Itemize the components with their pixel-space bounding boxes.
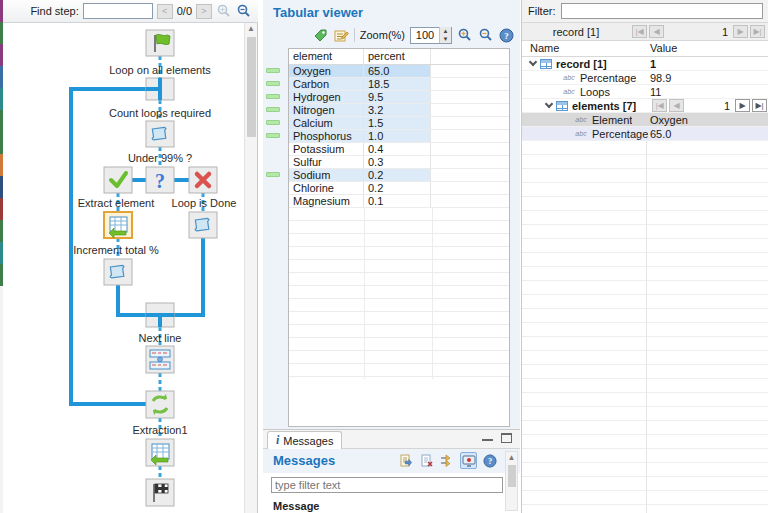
tree-row-element[interactable]: abc Element Oxygen [522, 113, 768, 127]
record-filter-input[interactable] [561, 3, 764, 19]
junction-node[interactable] [146, 78, 174, 100]
table-row[interactable]: Magnesium0.1 [289, 195, 509, 208]
empty-tree-rows [522, 141, 768, 513]
scroll-lock-icon[interactable] [439, 452, 456, 469]
zoom-spinner[interactable]: ▲▼ [439, 27, 451, 43]
tabular-toolbar: Zoom(%) 100 ▲▼ ? [313, 25, 514, 45]
export-log-icon[interactable] [397, 452, 414, 469]
prev-page-button[interactable]: ◀ [669, 99, 684, 112]
flow-canvas[interactable]: Loop on all elements Count loops require… [3, 23, 257, 513]
prev-page-button[interactable]: ◀ [649, 25, 664, 38]
table-row[interactable]: Calcium1.5 [289, 117, 509, 130]
messages-column-header[interactable]: Message [273, 500, 319, 512]
scroll-thumb[interactable] [247, 37, 256, 137]
chevron-down-icon[interactable] [529, 58, 537, 66]
elements-page-number: 1 [724, 100, 730, 112]
zoom-out-icon[interactable] [478, 27, 494, 43]
tree-row-loops[interactable]: abc Loops 11 [522, 85, 768, 99]
messages-filter-input[interactable] [271, 477, 503, 493]
flow-scrollbar[interactable]: ▲ [244, 23, 257, 513]
first-page-button[interactable]: |◀ [652, 99, 667, 112]
scroll-up-icon[interactable]: ▲ [506, 452, 517, 464]
check-node[interactable] [104, 167, 132, 193]
tab-messages[interactable]: i Messages [267, 431, 342, 449]
svg-text:?: ? [487, 457, 491, 466]
node-label: Count loops required [109, 107, 211, 119]
zoom-in-icon[interactable] [216, 3, 232, 19]
next-line-node[interactable] [146, 346, 174, 373]
maximize-icon[interactable] [501, 433, 512, 443]
spin-down-icon[interactable]: ▼ [440, 35, 451, 43]
script-icon [151, 127, 167, 140]
node-label: Extract element [78, 197, 154, 209]
column-header-empty[interactable] [431, 49, 509, 64]
table-row[interactable]: Carbon18.5 [289, 78, 509, 91]
next-page-button[interactable]: ▶ [733, 25, 748, 38]
junction-node[interactable] [146, 303, 174, 327]
abc-type-icon: abc [574, 130, 588, 137]
find-prev-button[interactable]: < [157, 4, 173, 19]
table-row[interactable]: Nitrogen3.2 [289, 104, 509, 117]
next-page-button[interactable]: ▶ [735, 99, 750, 112]
increment-node[interactable] [104, 259, 132, 285]
last-page-button[interactable]: ▶| [752, 99, 767, 112]
zoom-in-icon[interactable] [457, 27, 473, 43]
finish-node[interactable] [146, 479, 174, 506]
table-icon [540, 59, 552, 69]
tree-row-percentage[interactable]: abc Percentage 98.9 [522, 71, 768, 85]
find-next-button[interactable]: > [196, 4, 212, 19]
zoom-out-icon[interactable] [236, 3, 252, 19]
tab-messages-label: Messages [283, 435, 333, 447]
increment-junction-connector [118, 285, 146, 315]
help-icon[interactable]: ? [481, 452, 498, 469]
table-row[interactable]: Chlorine0.2 [289, 182, 509, 195]
minimize-icon[interactable] [482, 433, 493, 441]
tree-row-elements[interactable]: elements [7] |◀ ◀ 1 ▶ ▶| [522, 99, 768, 113]
last-page-button[interactable]: ▶| [750, 25, 765, 38]
zoom-value-input[interactable]: 100 [411, 29, 439, 41]
record-columns-header: Name Value [522, 41, 768, 57]
record-panel: Filter: record [1] |◀ ◀ 1 ▶ ▶| Name Valu… [521, 0, 768, 513]
node-label: Loop on all elements [109, 64, 211, 76]
done-junction-connector [174, 238, 203, 315]
help-icon[interactable]: ? [499, 28, 514, 43]
question-node[interactable]: ? [146, 167, 174, 193]
table-row[interactable]: Phosphorus1.0 [289, 130, 509, 143]
start-node[interactable] [146, 30, 174, 56]
clear-log-icon[interactable] [418, 452, 435, 469]
table-row[interactable]: Sodium0.2 [289, 169, 509, 182]
column-header-value[interactable]: Value [650, 42, 677, 54]
export-table-icon[interactable] [333, 28, 349, 43]
first-page-button[interactable]: |◀ [632, 25, 647, 38]
spin-up-icon[interactable]: ▲ [440, 27, 451, 35]
cross-node[interactable] [189, 167, 217, 193]
table-row[interactable]: Oxygen65.0 [289, 65, 509, 78]
loop-refresh-node[interactable] [146, 391, 174, 418]
tree-row-element-percentage[interactable]: abc Percentage 65.0 [522, 127, 768, 141]
table-row[interactable]: Sulfur0.3 [289, 156, 509, 169]
record-tree: record [1] 1 abc Percentage 98.9 abc Loo… [522, 57, 768, 513]
column-header-name[interactable]: Name [530, 42, 559, 54]
scroll-thumb[interactable] [508, 465, 516, 487]
table-row[interactable]: Hydrogen9.5 [289, 91, 509, 104]
messages-header: Messages ? [263, 449, 520, 473]
table-row[interactable]: Potassium0.4 [289, 143, 509, 156]
tree-row-record[interactable]: record [1] 1 [522, 57, 768, 71]
element-table: element percent Oxygen65.0 Carbon18.5 Hy… [288, 48, 510, 427]
info-icon: i [276, 433, 279, 448]
count-loops-node[interactable] [146, 121, 174, 147]
extraction-node[interactable] [146, 439, 174, 466]
tag-icon[interactable] [313, 28, 328, 43]
table-header[interactable]: element percent [289, 49, 509, 65]
messages-scrollbar[interactable]: ▲ [505, 451, 518, 511]
column-header-percent[interactable]: percent [364, 49, 431, 64]
flow-toolbar: Find step: < 0/0 > [3, 0, 258, 23]
chevron-down-icon[interactable] [545, 100, 553, 108]
find-step-input[interactable] [83, 3, 153, 19]
loop-done-node[interactable] [189, 212, 217, 238]
filter-label: Filter: [528, 5, 556, 17]
column-header-element[interactable]: element [289, 49, 364, 64]
monitor-filter-icon[interactable] [460, 452, 477, 469]
scroll-up-icon[interactable]: ▲ [245, 23, 257, 35]
extract-element-node[interactable] [104, 212, 132, 238]
